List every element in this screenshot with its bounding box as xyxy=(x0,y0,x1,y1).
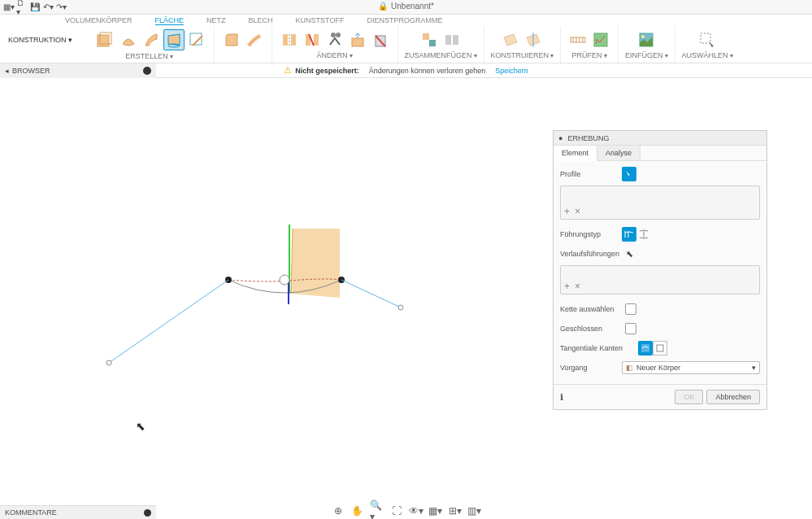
guide-type-rails-button[interactable] xyxy=(622,227,636,242)
op-label: Vorgang xyxy=(560,364,622,372)
svg-point-35 xyxy=(106,360,111,365)
display-icon[interactable]: ▦▾ xyxy=(428,504,443,518)
pan-icon[interactable]: ✋ xyxy=(350,504,365,518)
comments-options-icon[interactable] xyxy=(144,509,151,517)
tan-label: Tangentiale Kanten xyxy=(560,344,638,352)
warning-icon: ⚠ xyxy=(284,65,292,76)
closed-checkbox[interactable] xyxy=(625,323,636,334)
panel-title: ERHEBUNG xyxy=(567,134,609,142)
undo-icon[interactable]: ↶▾ xyxy=(42,2,54,13)
revolve-tool-icon[interactable] xyxy=(118,29,139,50)
save-icon[interactable]: 💾 xyxy=(29,2,41,13)
ok-button[interactable]: OK xyxy=(675,390,703,404)
tab-flaeche[interactable]: FLÄCHE xyxy=(155,16,185,25)
tan-sharp-button[interactable] xyxy=(653,341,667,355)
fillet-tool-icon[interactable] xyxy=(221,29,242,50)
stitch-tool-icon[interactable] xyxy=(279,29,300,50)
tab-kunststoff[interactable]: KUNSTSTOFF xyxy=(296,16,345,24)
tab-blech[interactable]: BLECH xyxy=(249,16,273,24)
cursor-icon: ⬉ xyxy=(136,420,145,433)
group-konstruieren-label: KONSTRUIEREN xyxy=(491,51,554,61)
browser-options-icon[interactable] xyxy=(143,67,151,75)
panel-tab-element[interactable]: Element xyxy=(554,146,597,161)
svg-line-36 xyxy=(341,280,401,307)
fit-icon[interactable]: ⛶ xyxy=(389,504,404,518)
grid-icon[interactable]: ⊞▾ xyxy=(448,504,462,518)
look-at-icon[interactable]: 👁▾ xyxy=(409,504,423,518)
info-icon[interactable]: ℹ xyxy=(560,392,563,403)
group-auswaehlen-label: AUSWÄHLEN xyxy=(682,51,733,61)
redo-icon[interactable]: ↷▾ xyxy=(55,2,67,13)
window-title: 🔒 Unbenannt* xyxy=(378,2,434,11)
svg-rect-0 xyxy=(98,35,109,46)
tan-smooth-button[interactable] xyxy=(638,341,653,355)
cancel-button[interactable]: Abbrechen xyxy=(706,390,760,404)
profile-select-button[interactable] xyxy=(622,167,636,181)
chain-label: Kette auswählen xyxy=(560,305,622,313)
comments-bar[interactable]: KOMMENTARE xyxy=(0,505,156,519)
insert-tool-icon[interactable] xyxy=(636,29,657,50)
zoom-icon[interactable]: 🔍▾ xyxy=(370,504,384,518)
move-tool-icon[interactable] xyxy=(347,29,368,50)
delete-tool-icon[interactable] xyxy=(370,29,391,50)
panel-header[interactable]: ● ERHEBUNG xyxy=(554,131,766,146)
add-profile-button[interactable]: + xyxy=(564,206,570,217)
measure-tool-icon[interactable] xyxy=(567,29,588,50)
orbit-icon[interactable]: ⊕ xyxy=(331,504,345,518)
guide-type-centerline-button[interactable] xyxy=(636,227,651,242)
svg-point-37 xyxy=(398,305,403,310)
loft-tool-icon[interactable] xyxy=(163,29,185,50)
inspect-tool-icon[interactable] xyxy=(590,29,611,50)
add-rail-button[interactable]: + xyxy=(564,281,570,292)
svg-point-31 xyxy=(280,275,289,285)
sketch-tool-icon[interactable] xyxy=(186,29,207,50)
extrude-tool-icon[interactable] xyxy=(92,28,116,52)
svg-rect-5 xyxy=(291,34,296,46)
remove-rail-button[interactable]: × xyxy=(575,281,580,292)
svg-point-27 xyxy=(641,35,645,38)
not-saved-label: Nicht gespeichert: xyxy=(295,67,359,75)
svg-rect-8 xyxy=(314,34,319,46)
plane-tool-icon[interactable] xyxy=(500,29,521,50)
panel-tab-analyse[interactable]: Analyse xyxy=(597,146,640,160)
guidetype-label: Führungstyp xyxy=(560,230,622,238)
tab-netz[interactable]: NETZ xyxy=(206,16,226,24)
rails-listbox[interactable]: + × xyxy=(560,265,760,294)
browser-header[interactable]: ◂BROWSER xyxy=(0,63,156,78)
panel-bullet-icon: ● xyxy=(558,134,562,142)
profile-listbox[interactable]: + × xyxy=(560,185,760,220)
svg-rect-16 xyxy=(429,40,436,46)
chain-checkbox[interactable] xyxy=(625,303,636,315)
rails-select-button[interactable]: ⬉ xyxy=(622,246,636,261)
split-tool-icon[interactable] xyxy=(324,29,345,50)
axis-tool-icon[interactable] xyxy=(523,29,544,50)
view-toolbar: ⊕ ✋ 🔍▾ ⛶ 👁▾ ▦▾ ⊞▾ ▥▾ xyxy=(331,503,482,519)
group-pruefen-label: PRÜFEN xyxy=(572,51,607,61)
svg-rect-28 xyxy=(701,33,710,43)
save-link[interactable]: Speichern xyxy=(495,67,528,75)
sweep-tool-icon[interactable] xyxy=(141,29,162,50)
svg-rect-18 xyxy=(453,35,458,45)
svg-point-11 xyxy=(336,33,341,37)
app-menu-icon[interactable]: ▦▾ xyxy=(3,2,15,13)
operation-select[interactable]: ◧Neuer Körper ▾ xyxy=(622,361,760,374)
select-tool-icon[interactable] xyxy=(697,29,718,50)
chamfer-tool-icon[interactable] xyxy=(244,29,265,50)
konstruktion-menu[interactable]: KONSTRUKTION ▾ xyxy=(2,33,79,47)
assemble-tool-icon[interactable] xyxy=(419,29,440,50)
new-icon[interactable]: 🗋▾ xyxy=(16,2,28,13)
group-erstellen-label: ERSTELLEN xyxy=(125,52,173,61)
svg-rect-25 xyxy=(594,33,607,46)
remove-profile-button[interactable]: × xyxy=(575,206,580,217)
unstitch-tool-icon[interactable] xyxy=(302,29,323,50)
tab-volumenkoerper[interactable]: VOLUMENKÖRPER xyxy=(65,16,132,24)
ribbon-tabs: VOLUMENKÖRPER FLÄCHE NETZ BLECH KUNSTSTO… xyxy=(0,15,812,26)
tab-dienstprogramme[interactable]: DIENSTPROGRAMME xyxy=(367,16,442,24)
lock-icon: 🔒 xyxy=(378,2,388,11)
viewport-icon[interactable]: ▥▾ xyxy=(467,504,482,518)
svg-rect-39 xyxy=(657,345,663,351)
svg-rect-12 xyxy=(352,38,363,46)
rails-label: Verlaufsführungen xyxy=(560,250,622,258)
document-title: Unbenannt* xyxy=(391,2,434,11)
joint-tool-icon[interactable] xyxy=(441,29,462,50)
